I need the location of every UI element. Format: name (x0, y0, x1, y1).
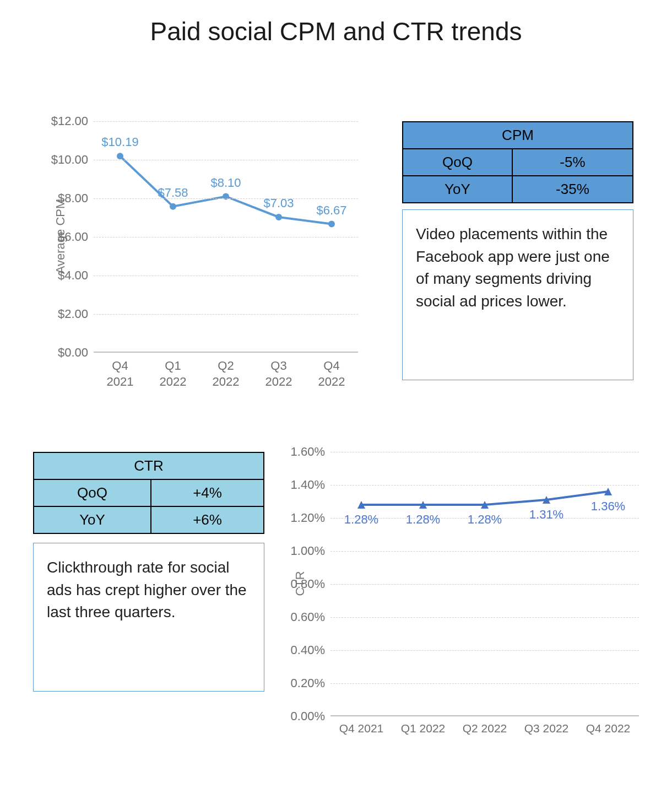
cpm-data-label: $7.58 (158, 186, 188, 200)
cpm-data-label: $6.67 (316, 203, 346, 218)
cpm-chart: Average CPM $0.00$2.00$4.00$6.00$8.00$10… (44, 121, 375, 408)
cpm-data-point (328, 221, 335, 228)
ctr-data-label: 1.31% (529, 508, 563, 522)
cpm-table-header: CPM (403, 122, 633, 149)
ctr-chart: CTR 0.00%0.20%0.40%0.60%0.80%1.00%1.20%1… (281, 452, 655, 760)
cpm-table-label: YoY (403, 176, 512, 203)
ctr-table-row: QoQ +4% (34, 479, 264, 506)
cpm-data-label: $8.10 (210, 176, 241, 190)
cpm-ytick: $4.00 (58, 268, 94, 283)
ctr-plot-area: CTR 0.00%0.20%0.40%0.60%0.80%1.00%1.20%1… (330, 452, 639, 716)
cpm-table-value: -5% (512, 149, 633, 176)
cpm-data-point (275, 214, 282, 220)
ctr-ytick: 0.00% (291, 709, 330, 724)
ctr-ytick: 0.40% (291, 643, 330, 657)
ctr-table-label: YoY (34, 506, 151, 533)
ctr-ytick: 1.40% (291, 478, 330, 492)
ctr-table-value: +4% (151, 479, 264, 506)
cpm-xtick: Q22022 (199, 358, 252, 390)
ctr-xtick: Q2 2022 (454, 722, 516, 735)
ctr-xtick: Q4 2021 (330, 722, 392, 735)
cpm-data-label: $7.03 (263, 196, 294, 211)
cpm-ytick: $2.00 (58, 307, 94, 321)
cpm-xtick: Q42021 (94, 358, 147, 390)
ctr-ytick: 0.60% (291, 610, 330, 624)
cpm-line (120, 156, 332, 224)
cpm-xtick: Q42022 (305, 358, 358, 390)
ctr-xtick: Q4 2022 (577, 722, 639, 735)
cpm-ytick: $0.00 (58, 346, 94, 360)
ctr-data-label: 1.36% (591, 499, 625, 514)
cpm-summary-table: CPM QoQ -5% YoY -35% (402, 121, 633, 203)
ctr-table-value: +6% (151, 506, 264, 533)
cpm-table-label: QoQ (403, 149, 512, 176)
cpm-xtick: Q32022 (252, 358, 305, 390)
ctr-data-label: 1.28% (344, 512, 378, 527)
ctr-ytick: 1.60% (291, 445, 330, 459)
ctr-ytick: 1.20% (291, 511, 330, 525)
cpm-data-point (170, 203, 176, 210)
ctr-ytick: 1.00% (291, 544, 330, 558)
ctr-line-svg (330, 452, 639, 715)
cpm-ytick: $8.00 (58, 191, 94, 206)
cpm-xtick: Q12022 (147, 358, 199, 390)
ctr-ytick: 0.80% (291, 577, 330, 591)
cpm-table-value: -35% (512, 176, 633, 203)
cpm-ytick: $10.00 (51, 153, 94, 167)
ctr-table-header: CTR (34, 452, 264, 479)
cpm-ytick: $6.00 (58, 230, 94, 244)
cpm-table-row: QoQ -5% (403, 149, 633, 176)
ctr-summary-table: CTR QoQ +4% YoY +6% (33, 452, 264, 534)
ctr-table-row: YoY +6% (34, 506, 264, 533)
cpm-ytick: $12.00 (51, 114, 94, 128)
cpm-callout: Video placements within the Facebook app… (402, 209, 633, 380)
ctr-xtick: Q1 2022 (392, 722, 454, 735)
ctr-callout: Clickthrough rate for social ads has cre… (33, 543, 264, 692)
ctr-ytick: 0.20% (291, 676, 330, 690)
cpm-table-row: YoY -35% (403, 176, 633, 203)
page-title: Paid social CPM and CTR trends (0, 17, 672, 46)
ctr-table-label: QoQ (34, 479, 151, 506)
cpm-data-point (117, 153, 123, 159)
ctr-data-label: 1.28% (406, 512, 440, 527)
cpm-line-svg (94, 121, 358, 352)
cpm-plot-area: Average CPM $0.00$2.00$4.00$6.00$8.00$10… (94, 121, 358, 353)
ctr-xtick: Q3 2022 (516, 722, 577, 735)
cpm-data-label: $10.19 (101, 135, 138, 149)
ctr-data-label: 1.28% (468, 512, 502, 527)
